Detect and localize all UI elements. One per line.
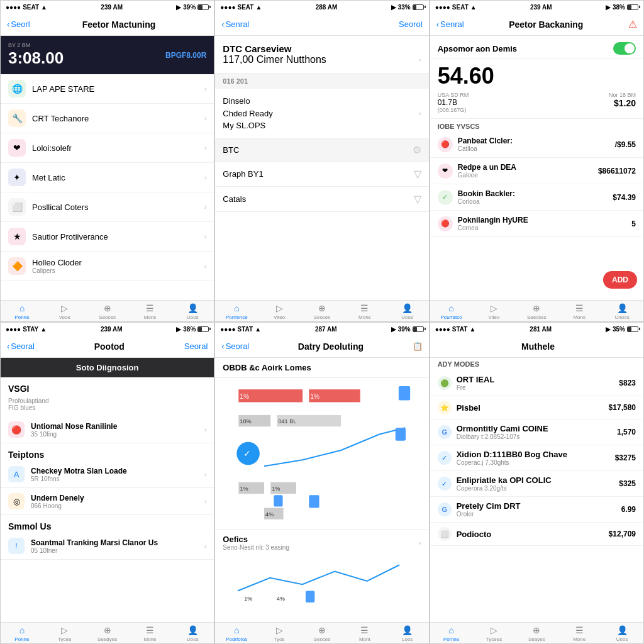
panel-content-1: BY 2 BM 3:08.00 BPGF8.00R 🌐 LAP APE STAR…: [1, 36, 214, 300]
tab-tyos[interactable]: ▷Tyos: [258, 625, 301, 642]
panel-content-2: DTC Carseview 117,00 Cimer Nutthons › 01…: [215, 36, 428, 300]
btc-row[interactable]: BTC ⚙: [215, 139, 428, 162]
tab-tycee[interactable]: ▷Tycee: [43, 625, 86, 642]
alert-icon-3[interactable]: ⚠: [628, 18, 637, 30]
tab-seeckes[interactable]: ⊕Seeckes: [515, 303, 558, 320]
tab-unoos[interactable]: 👤Unoos: [601, 303, 643, 320]
tab-podrfotos[interactable]: ⌂Podrfotos: [215, 625, 258, 642]
video-icon-1: ▷: [61, 303, 68, 313]
tab-mont[interactable]: ☰Mont: [343, 625, 386, 642]
dots-icon-3: ●●●●: [435, 4, 450, 11]
settings-row-2[interactable]: ◎ Undern Denely 066 Hoong ›: [1, 488, 214, 515]
add-button[interactable]: ADD: [603, 271, 637, 289]
tab-mone-4[interactable]: ☰Mone: [129, 625, 172, 642]
mode-row-2[interactable]: G Ormontitly Cami COINE Diolbary t:2.085…: [430, 419, 643, 445]
chevron-icon-6: ›: [204, 262, 207, 270]
list-item[interactable]: 🔧 CRT Techanore ›: [1, 104, 214, 133]
tab-uoos-6[interactable]: 👤Uoos: [601, 625, 643, 642]
tab-viteo-3[interactable]: ▷Viteo: [473, 303, 516, 320]
settings-row-1[interactable]: A Checkey Motra Slan Loade 5R 10fnns ›: [1, 461, 214, 488]
panel-4: ●●●● STAY ▲ 239 AM ▶ 38% ‹ Seoral Pootod…: [0, 322, 214, 644]
graph-row[interactable]: Graph BY1 ▽: [215, 162, 428, 187]
acc-row-0[interactable]: 🔴 Panbeat Clcler: Catlloa /$9.55: [430, 131, 643, 158]
tab-bar-2: ⌂Porrfonce ▷Viteo ⊕Seoces ☰Mons 👤Uoos: [215, 300, 428, 321]
mode-row-3[interactable]: ✓ Xidion D:111BB0 Bog Chave Coperac.j 7.…: [430, 445, 643, 471]
dtc-multi-row[interactable]: Dinselo Chded Ready My SL.OPS ›: [215, 89, 428, 139]
oefics-row[interactable]: Oefics Seno-Nesit nli: 3 easing ›: [223, 535, 421, 551]
settings-chevron-3: ›: [204, 542, 207, 550]
svg-text:10%: 10%: [240, 418, 252, 425]
mode-row-0[interactable]: 🟢 ORT IEAL Fre $823: [430, 370, 643, 396]
list-item[interactable]: ❤ Loloi:solefr ›: [1, 133, 214, 163]
mode-row-6[interactable]: ⬜ Podiocto $12,709: [430, 523, 643, 546]
tab-viteo[interactable]: ▷Viteo: [258, 303, 301, 320]
signal-icon-1: ▶: [176, 4, 181, 11]
dtc-multi-line1: Dinselo: [223, 95, 273, 108]
tab-mons-2[interactable]: ☰Mons: [343, 303, 386, 320]
list-item[interactable]: 🌐 LAP APE STARE ›: [1, 74, 214, 104]
mode-row-4[interactable]: ✓ Enlipriatle ka OPI COLIC Coperora 3.20…: [430, 471, 643, 497]
group-label-vsgi: VSGI: [1, 377, 214, 395]
tab-label-2-3: Mons: [358, 314, 371, 320]
back-btn-2[interactable]: ‹ Senral: [221, 19, 249, 29]
tab-tycees[interactable]: ▷Tycees: [473, 625, 516, 642]
tab-pomne[interactable]: ⌂Pomne: [430, 625, 473, 642]
tab-seayes[interactable]: ⊕Seayes: [515, 625, 558, 642]
acc-row-2[interactable]: ✓ Bookin Backler: Corlooa $74.39: [430, 184, 643, 211]
nav-right-5[interactable]: 📋: [413, 341, 423, 351]
signal-icon-4: ▶: [176, 326, 181, 333]
dtc-sub-row[interactable]: 117,00 Cimer Nutthons ›: [223, 54, 421, 65]
tab-uoos-1[interactable]: 👤Uoos: [171, 303, 214, 320]
settings-row-0[interactable]: 🔴 Untiomal Nose Ranilinle 35 10fing ›: [1, 416, 214, 443]
mode-row-5[interactable]: G Pretely Cim DRT Oroler 6.99: [430, 497, 643, 523]
tab-seoces-1[interactable]: ⊕Seoces: [86, 303, 129, 320]
acc-sub-2: Corlooa: [458, 198, 608, 205]
back-btn-1[interactable]: ‹ Seorl: [7, 19, 30, 29]
status-bar-1: ●●●● SEAT ▲ 239 AM ▶ 39%: [1, 1, 214, 13]
tab-porrfonce[interactable]: ⌂Porrfonce: [215, 303, 258, 320]
acc-name-2: Bookin Backler:: [458, 189, 608, 198]
mini-chart-svg: 1% 4%: [220, 558, 423, 604]
tab-label-2-4: Uoos: [401, 314, 413, 320]
tab-mons-3[interactable]: ☰Mons: [558, 303, 601, 320]
exchange-right: Nor 18 BM $1.20: [609, 92, 636, 113]
tab-mons-1[interactable]: ☰Mons: [129, 303, 172, 320]
back-btn-3[interactable]: ‹ Senral: [436, 19, 464, 29]
mode-name-3: Xidion D:111BB0 Bog Chave: [457, 450, 610, 459]
catals-row[interactable]: Catals ▽: [215, 187, 428, 212]
tab-ponne-4[interactable]: ⌂Ponne: [1, 625, 43, 642]
back-btn-5[interactable]: ‹ Seoral: [221, 341, 249, 351]
tab-mone-6[interactable]: ☰Mone: [558, 625, 601, 642]
acc-row-1[interactable]: ❤ Redpe a un DEA Galooe $86611072: [430, 158, 643, 184]
back-btn-4[interactable]: ‹ Seoral: [7, 341, 35, 351]
status-bar-5: ●●●● STAT ▲ 287 AM ▶ 39%: [215, 323, 428, 335]
list-item[interactable]: 🔶 Holleo Cloder Calipers ›: [1, 252, 214, 281]
tab-seoces-2[interactable]: ⊕Seoces: [301, 303, 343, 320]
app-icon-pos: ⬜: [8, 198, 26, 216]
tab-ponne-1[interactable]: ⌂Ponne: [1, 303, 43, 320]
tab-uoos-4[interactable]: 👤Uoos: [171, 625, 214, 642]
tab-seoces-5[interactable]: ⊕Seoces: [301, 625, 343, 642]
toggle-switch[interactable]: [613, 42, 636, 55]
status-bar-3: ●●●● SEAT ▲ 239 AM ▶ 38%: [430, 1, 643, 13]
list-item[interactable]: ✦ Met Latic ›: [1, 163, 214, 192]
acc-amount-2: $74.39: [613, 193, 636, 202]
tab-seadyes[interactable]: ⊕Seadyes: [86, 625, 129, 642]
status-bar-4: ●●●● STAY ▲ 239 AM ▶ 38%: [1, 323, 214, 335]
tab-uoos-2[interactable]: 👤Uoos: [386, 303, 429, 320]
tab-label-5-1: Tyos: [274, 636, 285, 642]
tab-vooe-1[interactable]: ▷Vooe: [43, 303, 86, 320]
list-item[interactable]: ⬜ Posllical Coters ›: [1, 192, 214, 222]
settings-title-2: Undern Denely: [31, 494, 198, 502]
video-icon-5: ▷: [276, 625, 283, 635]
mode-amount-4: $325: [619, 479, 636, 488]
tab-pourfatco[interactable]: ⌂Pourfatco: [430, 303, 473, 320]
nav-bar-3: ‹ Senral Peetor Backaning ⚠: [430, 13, 643, 36]
list-item[interactable]: ★ Sautior Protiiverance ›: [1, 222, 214, 252]
acc-name-3: Poknilangin HyURE: [458, 216, 627, 225]
mode-icon-2: G: [438, 425, 452, 439]
mode-row-1[interactable]: ⭐ Pisbel $17,580: [430, 396, 643, 419]
settings-row-3[interactable]: ! Soantmal Tranking Marsi Clanor Us 05 1…: [1, 533, 214, 560]
tab-loos[interactable]: 👤Loos: [386, 625, 429, 642]
acc-row-3[interactable]: 🔴 Poknilangin HyURE Cornea 5: [430, 211, 643, 237]
